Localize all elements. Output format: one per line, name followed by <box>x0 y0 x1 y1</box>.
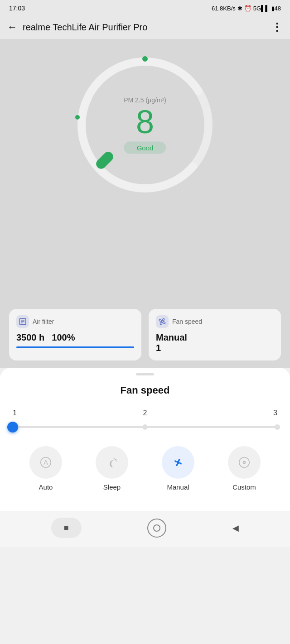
mode-buttons: A Auto Sleep <box>13 446 277 491</box>
slider-track-container[interactable] <box>13 422 277 433</box>
sleep-icon-circle <box>96 446 128 479</box>
bottom-sheet: Fan speed 1 2 3 A Auto <box>0 368 290 511</box>
nav-back-button[interactable]: ◀ <box>232 523 239 533</box>
device-area: PM 2.5 (μg/m³) 8 Good <box>0 39 290 302</box>
fan-speed-icon <box>156 315 169 328</box>
battery-icon: ▮48 <box>271 5 281 12</box>
sheet-handle <box>136 373 154 375</box>
fan-speed-title: Fan speed <box>172 318 202 325</box>
gauge-center: PM 2.5 (μg/m³) 8 Good <box>124 96 166 154</box>
slider-thumb[interactable] <box>7 422 18 433</box>
nav-inner-circle-icon <box>153 524 160 532</box>
manual-label: Manual <box>167 483 189 491</box>
slider-dot-mid <box>142 424 148 430</box>
mode-sleep-button[interactable]: Sleep <box>96 446 128 491</box>
mode-custom-button[interactable]: i Custom <box>228 446 261 491</box>
filter-bar-container <box>16 346 134 348</box>
svg-point-11 <box>116 461 116 461</box>
nav-bar: ■ ◀ <box>0 511 290 547</box>
slider-dot-end <box>275 424 280 430</box>
slider-label-2: 2 <box>143 409 147 417</box>
status-time: 17:03 <box>9 5 25 12</box>
filter-percent: 100% <box>52 332 75 343</box>
manual-icon-circle <box>162 446 194 479</box>
air-filter-icon <box>16 315 29 328</box>
custom-label: Custom <box>232 483 256 491</box>
more-menu-button[interactable]: ⋮ <box>271 21 283 34</box>
info-cards: Air filter 3500 h 100% Fan speed <box>0 302 290 368</box>
fan-speed-card[interactable]: Fan speed Manual1 <box>149 309 281 360</box>
slider-section: 1 2 3 <box>13 409 277 433</box>
signal-icon: 5G▌▌ <box>253 5 270 12</box>
app-header: ← realme TechLife Air Purifier Pro ⋮ <box>0 15 290 39</box>
filter-bar-track <box>16 346 134 348</box>
nav-circle-button[interactable] <box>147 519 166 538</box>
mode-manual-button[interactable]: Manual <box>162 446 194 491</box>
sheet-title: Fan speed <box>13 384 277 396</box>
nav-back-icon: ◀ <box>232 523 239 533</box>
svg-text:i: i <box>244 460 245 465</box>
alarm-icon: ⏰ <box>244 5 251 12</box>
slider-labels: 1 2 3 <box>13 409 277 417</box>
filter-bar-fill <box>16 346 134 348</box>
svg-point-10 <box>114 458 115 459</box>
network-speed: 61.8KB/s <box>212 5 236 12</box>
bluetooth-icon: ✱ <box>237 5 242 12</box>
pm-label: PM 2.5 (μg/m³) <box>124 96 166 104</box>
filter-stats: 3500 h 100% <box>16 332 134 343</box>
gauge-container: PM 2.5 (μg/m³) 8 Good <box>72 53 218 197</box>
gauge-dot-top <box>142 56 148 62</box>
status-bar: 17:03 61.8KB/s ✱ ⏰ 5G▌▌ ▮48 <box>0 0 290 15</box>
svg-point-12 <box>177 461 179 464</box>
fan-speed-header: Fan speed <box>156 315 274 328</box>
air-filter-title: Air filter <box>33 318 54 325</box>
custom-icon-circle: i <box>228 446 261 479</box>
air-filter-card[interactable]: Air filter 3500 h 100% <box>9 309 141 360</box>
pm-value: 8 <box>124 106 166 138</box>
gauge-dot-left <box>75 115 80 120</box>
svg-text:A: A <box>44 459 48 466</box>
slider-track[interactable] <box>13 426 277 428</box>
nav-stop-icon: ■ <box>64 523 69 533</box>
fan-speed-value: Manual1 <box>156 332 274 353</box>
status-right: 61.8KB/s ✱ ⏰ 5G▌▌ ▮48 <box>212 5 281 12</box>
filter-hours: 3500 h <box>16 332 44 343</box>
auto-label: Auto <box>39 483 53 491</box>
slider-label-3: 3 <box>273 409 277 417</box>
slider-label-1: 1 <box>13 409 17 417</box>
sleep-label: Sleep <box>103 483 121 491</box>
mode-auto-button[interactable]: A Auto <box>29 446 62 491</box>
app-title: realme TechLife Air Purifier Pro <box>23 22 266 33</box>
nav-home-button[interactable]: ■ <box>51 518 82 538</box>
air-filter-header: Air filter <box>16 315 134 328</box>
nav-circle-icon <box>147 519 166 538</box>
auto-icon-circle: A <box>29 446 62 479</box>
svg-point-9 <box>115 459 116 460</box>
quality-badge: Good <box>124 142 166 154</box>
back-button[interactable]: ← <box>7 21 17 33</box>
